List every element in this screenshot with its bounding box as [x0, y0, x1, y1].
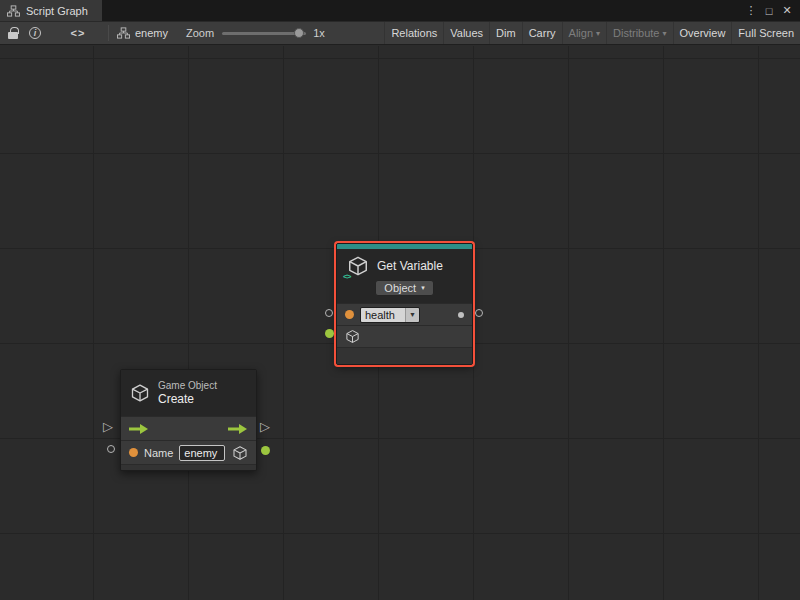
game-object-output-port[interactable]	[261, 446, 270, 455]
chevron-down-icon: ▾	[663, 29, 667, 38]
toolbar-buttons: Relations Values Dim Carry Align▾ Distri…	[384, 22, 800, 44]
object-input-icon[interactable]	[345, 329, 360, 344]
node-footer	[337, 347, 472, 364]
node-title: Create	[158, 392, 217, 406]
node-subtitle: Game Object	[158, 380, 217, 392]
toolbar-button-align[interactable]: Align▾	[562, 22, 606, 44]
flow-input-arrow-icon[interactable]	[129, 423, 149, 435]
value-output-port[interactable]	[475, 309, 483, 317]
graph-canvas[interactable]: Game Object Create Name	[0, 46, 800, 600]
variable-name-port[interactable]	[325, 309, 333, 317]
script-graph-icon	[7, 5, 20, 17]
node-game-object-create[interactable]: Game Object Create Name	[120, 369, 257, 471]
node-get-variable[interactable]: <> Get Variable Object ▾ ▼	[336, 243, 473, 365]
lock-button[interactable]	[2, 22, 24, 44]
script-graph-window: Script Graph ⋮ □ ✕ i <> enemy Zoom 1x Re…	[0, 0, 800, 600]
zoom-slider[interactable]	[222, 32, 306, 35]
toolbar-button-carry[interactable]: Carry	[522, 22, 562, 44]
variable-name-port-icon[interactable]	[345, 310, 354, 319]
tab-script-graph[interactable]: Script Graph	[0, 0, 102, 21]
info-icon: i	[29, 27, 41, 39]
flow-row	[121, 416, 256, 440]
get-variable-header: <> Get Variable Object ▾	[337, 249, 472, 303]
node-footer	[121, 464, 256, 470]
zoom-value: 1x	[313, 27, 325, 39]
name-port-icon[interactable]	[129, 448, 138, 457]
name-input[interactable]	[179, 445, 225, 461]
info-button[interactable]: i	[24, 22, 46, 44]
window-titlebar: Script Graph ⋮ □ ✕	[0, 0, 800, 21]
toolbar-separator	[108, 25, 109, 41]
game-object-output-icon[interactable]	[232, 445, 248, 461]
zoom-slider-handle[interactable]	[294, 28, 304, 38]
node-title: Get Variable	[377, 259, 443, 273]
close-button[interactable]: ✕	[778, 0, 796, 21]
variable-icon: <>	[347, 255, 369, 277]
name-row: Name	[121, 440, 256, 464]
game-object-icon	[130, 383, 150, 403]
graph-toolbar: i <> enemy Zoom 1x Relations Values Dim …	[0, 21, 800, 45]
variable-name-row: ▼	[337, 303, 472, 325]
toolbar-button-values[interactable]: Values	[443, 22, 489, 44]
object-input-port[interactable]	[325, 329, 334, 338]
zoom-label: Zoom	[186, 27, 214, 39]
graph-owner-label: enemy	[135, 27, 168, 39]
value-output-dot-icon[interactable]	[458, 312, 464, 318]
graph-owner-icon	[117, 27, 130, 39]
chevron-down-icon: ▾	[421, 284, 425, 292]
code-view-button[interactable]: <>	[60, 27, 96, 39]
toolbar-button-fullscreen[interactable]: Full Screen	[731, 22, 800, 44]
graph-owner-chip[interactable]: enemy	[117, 27, 168, 39]
flow-output-port[interactable]: ▷	[260, 420, 270, 434]
variable-code-badge-icon: <>	[343, 272, 350, 281]
window-menu-button[interactable]: ⋮	[742, 0, 760, 21]
variable-kind-dropdown[interactable]: Object ▾	[375, 280, 433, 296]
toolbar-button-dim[interactable]: Dim	[489, 22, 522, 44]
toolbar-button-relations[interactable]: Relations	[384, 22, 443, 44]
name-port-label: Name	[144, 447, 173, 459]
name-input-port[interactable]	[107, 445, 115, 453]
variable-name-input[interactable]	[361, 308, 405, 322]
object-input-row	[337, 325, 472, 347]
lock-icon	[8, 32, 18, 39]
variable-name-dropdown-button[interactable]: ▼	[405, 308, 419, 322]
tab-title: Script Graph	[26, 5, 88, 17]
toolbar-button-distribute[interactable]: Distribute▾	[606, 22, 672, 44]
variable-name-field: ▼	[360, 307, 420, 323]
wire-layer	[0, 46, 300, 196]
create-node-header: Game Object Create	[121, 370, 256, 416]
maximize-button[interactable]: □	[760, 0, 778, 21]
window-controls: ⋮ □ ✕	[742, 0, 800, 21]
flow-output-arrow-icon[interactable]	[228, 423, 248, 435]
toolbar-button-overview[interactable]: Overview	[673, 22, 732, 44]
chevron-down-icon: ▾	[596, 29, 600, 38]
flow-input-port[interactable]: ▷	[103, 420, 113, 434]
